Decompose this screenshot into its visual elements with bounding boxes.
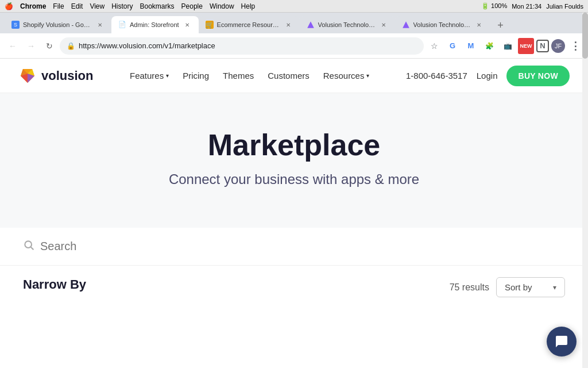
tab1-close[interactable]: ✕ xyxy=(95,20,105,29)
scrollbar-track xyxy=(582,13,588,368)
user-avatar[interactable]: JF xyxy=(551,39,565,53)
results-section: Narrow By 75 results Sort by ▾ xyxy=(0,266,588,309)
cast-icon[interactable]: 📺 xyxy=(500,38,516,54)
tab1-favicon: S xyxy=(11,21,20,29)
narrow-by-heading: Narrow By xyxy=(23,277,86,292)
results-controls: 75 results Sort by ▾ xyxy=(450,277,565,297)
url-bar[interactable]: 🔒 https://www.volusion.com/v1/marketplac… xyxy=(60,37,424,55)
user-name: Julian Foulds xyxy=(546,3,583,10)
search-input[interactable] xyxy=(40,240,310,253)
mac-menubar: 🍎 Chrome File Edit View History Bookmark… xyxy=(0,0,588,13)
logo-diamond-icon xyxy=(18,67,37,85)
menu-file[interactable]: File xyxy=(53,2,64,10)
new-icon[interactable]: NEW xyxy=(518,38,534,54)
tab4-label: Volusion Technology Partn... xyxy=(318,21,376,28)
menu-edit[interactable]: Edit xyxy=(71,2,83,10)
tab2-label: Admin: Storefront xyxy=(130,21,179,28)
lock-icon: 🔒 xyxy=(67,42,75,50)
browser-tab-1[interactable]: S Shopify Volusion - Google D... ✕ xyxy=(5,16,111,33)
menu-dots-icon[interactable]: ⋮ xyxy=(567,38,583,54)
svg-point-8 xyxy=(25,241,32,248)
translate-icon[interactable]: G xyxy=(444,38,461,54)
apple-icon[interactable]: 🍎 xyxy=(5,2,13,10)
N-icon[interactable]: N xyxy=(536,40,549,52)
battery-status: 🔋 100% xyxy=(481,2,507,10)
sort-dropdown[interactable]: Sort by ▾ xyxy=(496,277,565,297)
mac-menubar-left: 🍎 Chrome File Edit View History Bookmark… xyxy=(5,2,255,10)
menu-window[interactable]: Window xyxy=(210,2,234,10)
menu-help[interactable]: Help xyxy=(241,2,256,10)
profile-icon[interactable]: M xyxy=(463,38,479,54)
search-bar xyxy=(23,239,310,254)
browser-tab-2[interactable]: 📄 Admin: Storefront ✕ xyxy=(111,16,199,33)
sort-dropdown-chevron-icon: ▾ xyxy=(553,283,556,292)
address-bar-right: ☆ G M 🧩 📺 NEW N JF ⋮ xyxy=(426,38,583,54)
menu-history[interactable]: History xyxy=(111,2,133,10)
url-text: https://www.volusion.com/v1/marketplace xyxy=(79,41,215,50)
tab3-label: Ecommerce Resources, Tra... xyxy=(217,21,280,28)
volusion-logo[interactable]: volusion xyxy=(18,67,93,85)
sort-by-label: Sort by xyxy=(505,282,532,292)
chat-bubble-button[interactable] xyxy=(547,327,577,356)
mac-menubar-right: 🔋 100% Mon 21:34 Julian Foulds xyxy=(481,2,583,10)
tab1-label: Shopify Volusion - Google D... xyxy=(23,21,92,28)
extensions-icon[interactable]: 🧩 xyxy=(481,38,497,54)
new-tab-button[interactable]: + xyxy=(493,17,509,33)
nav-themes[interactable]: Themes xyxy=(223,71,254,80)
menu-view[interactable]: View xyxy=(90,2,105,10)
refresh-button[interactable]: ↻ xyxy=(41,38,57,54)
volusion-nav: volusion Features ▾ Pricing Themes Custo… xyxy=(0,59,588,93)
themes-label: Themes xyxy=(223,71,254,80)
login-link[interactable]: Login xyxy=(477,71,498,80)
scrollbar-thumb[interactable] xyxy=(582,13,588,59)
chrome-tabbar: S Shopify Volusion - Google D... ✕ 📄 Adm… xyxy=(0,13,588,33)
hero-section: Marketplace Connect your business with a… xyxy=(0,93,588,228)
app-name: Chrome xyxy=(20,2,46,10)
logo-text: volusion xyxy=(41,68,93,83)
menu-bookmarks[interactable]: Bookmarks xyxy=(140,2,175,10)
buy-now-button[interactable]: BUY NOW xyxy=(506,66,570,86)
hero-subtitle: Connect your business with apps & more xyxy=(11,171,577,187)
back-button[interactable]: ← xyxy=(5,38,21,54)
nav-right: 1-800-646-3517 Login BUY NOW xyxy=(406,66,570,86)
tab5-label: Volusion Technology Partn... xyxy=(413,21,471,28)
nav-resources[interactable]: Resources ▾ xyxy=(323,71,370,80)
resources-chevron-icon: ▾ xyxy=(366,72,369,79)
search-icon xyxy=(23,239,34,254)
tab5-favicon xyxy=(402,21,410,29)
nav-pricing[interactable]: Pricing xyxy=(183,71,209,80)
svg-line-9 xyxy=(31,247,34,250)
tab4-favicon xyxy=(307,21,315,29)
svg-marker-1 xyxy=(403,21,409,28)
browser-tab-3[interactable]: 🛒 Ecommerce Resources, Tra... ✕ xyxy=(199,16,300,33)
menu-people[interactable]: People xyxy=(181,2,203,10)
tab4-close[interactable]: ✕ xyxy=(379,20,388,29)
browser-tab-5[interactable]: Volusion Technology Partn... ✕ xyxy=(395,16,490,33)
search-section xyxy=(0,228,588,266)
nav-links: Features ▾ Pricing Themes Customers Reso… xyxy=(130,71,369,80)
tab3-close[interactable]: ✕ xyxy=(284,20,293,29)
browser-tab-4[interactable]: Volusion Technology Partn... ✕ xyxy=(300,16,395,33)
hero-title: Marketplace xyxy=(11,128,577,162)
features-chevron-icon: ▾ xyxy=(166,72,169,79)
nav-customers[interactable]: Customers xyxy=(268,71,310,80)
star-icon[interactable]: ☆ xyxy=(426,38,442,54)
nav-features[interactable]: Features ▾ xyxy=(130,71,169,80)
tab2-favicon: 📄 xyxy=(118,21,126,29)
svg-marker-0 xyxy=(307,21,314,28)
features-label: Features xyxy=(130,71,164,80)
results-count: 75 results xyxy=(450,282,489,293)
tab2-close[interactable]: ✕ xyxy=(183,20,192,29)
time-display: Mon 21:34 xyxy=(512,3,541,10)
tab5-close[interactable]: ✕ xyxy=(474,20,483,29)
phone-number: 1-800-646-3517 xyxy=(406,71,467,80)
pricing-label: Pricing xyxy=(183,71,209,80)
tab3-favicon: 🛒 xyxy=(206,21,214,29)
customers-label: Customers xyxy=(268,71,310,80)
address-bar: ← → ↻ 🔒 https://www.volusion.com/v1/mark… xyxy=(0,33,588,59)
resources-label: Resources xyxy=(323,71,365,80)
forward-button[interactable]: → xyxy=(23,38,39,54)
